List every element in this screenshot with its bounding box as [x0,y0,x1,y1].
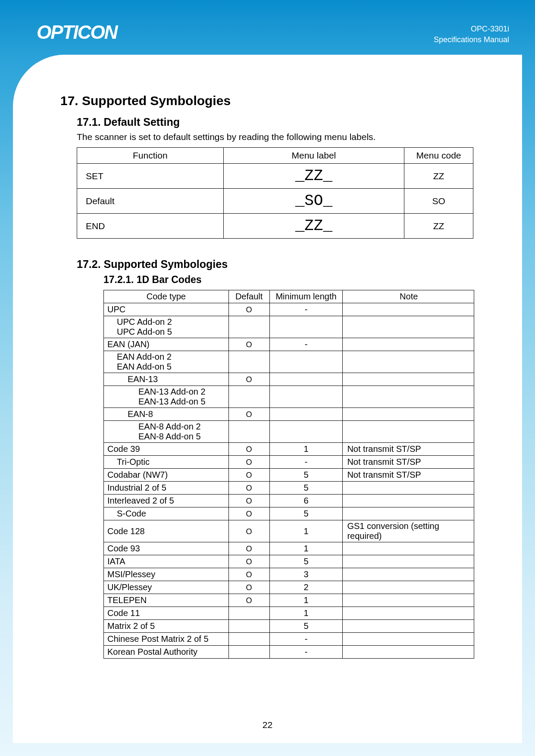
cell-code-type: EAN-8 [104,408,229,421]
table-row: EAN-8 Add-on 2EAN-8 Add-on 5 [104,421,474,443]
th-note: Note [343,290,474,303]
cell-code-type: EAN-13 Add-on 2EAN-13 Add-on 5 [104,386,229,408]
table-row: EAN-13O [104,373,474,386]
cell-function: END [77,214,224,239]
cell-default [228,421,269,443]
cell-menu-code: ZZ [404,214,473,239]
table-row: Codabar (NW7)O5Not transmit ST/SP [104,469,474,482]
cell-min-length: 5 [269,482,343,495]
cell-default: O [228,373,269,386]
circle-icon: O [246,458,252,467]
cell-default: O [228,594,269,607]
cell-note [343,607,474,620]
cell-default: O [228,443,269,456]
th-code-type: Code type [104,290,229,303]
circle-icon: O [246,484,252,492]
cell-default: O [228,520,269,542]
circle-icon: O [246,340,252,349]
cell-min-length: 1 [269,542,343,555]
cell-default: O [228,456,269,469]
cell-note [343,620,474,633]
cell-menu-code: SO [404,189,473,214]
th-function: Function [77,148,224,164]
cell-function: SET [77,164,224,189]
th-min-length: Minimum length [269,290,343,303]
cell-function: Default [77,189,224,214]
cell-note [343,495,474,507]
table-row: Chinese Post Matrix 2 of 5- [104,633,474,646]
cell-code-type: EAN (JAN) [104,338,229,351]
cell-min-length: - [269,646,343,659]
cell-note [343,594,474,607]
doc-title: Specifications Manual [434,34,509,45]
cell-default: O [228,555,269,568]
cell-min-length: - [269,338,343,351]
table-row: SET_ZZ_ZZ [77,164,473,189]
circle-icon: O [246,471,252,479]
cell-code-type: EAN-8 Add-on 2EAN-8 Add-on 5 [104,421,229,443]
cell-code-type: EAN Add-on 2EAN Add-on 5 [104,351,229,373]
cell-code-type: Matrix 2 of 5 [104,620,229,633]
cell-default: O [228,408,269,421]
cell-code-type: TELEPEN [104,594,229,607]
cell-code-type: UPC Add-on 2UPC Add-on 5 [104,316,229,338]
cell-code-type: Codabar (NW7) [104,469,229,482]
cell-note [343,568,474,581]
cell-min-length [269,421,343,443]
cell-note [343,507,474,520]
table-row: Tri-OpticO-Not transmit ST/SP [104,456,474,469]
cell-default: O [228,507,269,520]
cell-min-length: 5 [269,620,343,633]
table-row: EAN Add-on 2EAN Add-on 5 [104,351,474,373]
header-meta: OPC-3301i Specifications Manual [434,24,509,45]
cell-min-length [269,373,343,386]
cell-min-length [269,316,343,338]
cell-min-length [269,408,343,421]
cell-code-type: Korean Postal Authority [104,646,229,659]
content-area: 17. Supported Symbologies 17.1. Default … [13,55,522,743]
th-default: Default [228,290,269,303]
cell-note [343,581,474,594]
table-row: S-CodeO5 [104,507,474,520]
circle-icon: O [246,445,252,454]
cell-default [228,351,269,373]
cell-default: O [228,568,269,581]
circle-icon: O [246,527,252,536]
table-row: IATAO5 [104,555,474,568]
table-row: Interleaved 2 of 5O6 [104,495,474,507]
cell-default: O [228,495,269,507]
circle-icon: O [246,596,252,605]
cell-note [343,351,474,373]
table-row: EAN (JAN)O- [104,338,474,351]
cell-default [228,607,269,620]
cell-default [228,316,269,338]
table-row: Code 39O1Not transmit ST/SP [104,443,474,456]
cell-min-length: 5 [269,469,343,482]
cell-note [343,633,474,646]
cell-min-length: 1 [269,520,343,542]
cell-code-type: MSI/Plessey [104,568,229,581]
cell-min-length: 2 [269,581,343,594]
cell-menu-label: _ZZ_ [223,214,404,239]
cell-note [343,555,474,568]
cell-code-type: Tri-Optic [104,456,229,469]
cell-min-length: 1 [269,607,343,620]
cell-note: Not transmit ST/SP [343,456,474,469]
cell-code-type: S-Code [104,507,229,520]
model-name: OPC-3301i [434,24,509,34]
cell-code-type: UPC [104,303,229,316]
cell-note [343,421,474,443]
circle-icon: O [246,557,252,566]
cell-min-length: 1 [269,443,343,456]
subsection-heading-symbologies: 17.2. Supported Symbologies [77,258,479,271]
cell-min-length: 5 [269,555,343,568]
table-row: Industrial 2 of 5O5 [104,482,474,495]
cell-min-length [269,386,343,408]
cell-code-type: IATA [104,555,229,568]
table-row: TELEPENO1 [104,594,474,607]
table-row: Default_SO_SO [77,189,473,214]
section-heading: 17. Supported Symbologies [60,93,479,108]
menu-label-table: Function Menu label Menu code SET_ZZ_ZZD… [77,147,473,239]
table-row: Code 111 [104,607,474,620]
cell-default: O [228,469,269,482]
